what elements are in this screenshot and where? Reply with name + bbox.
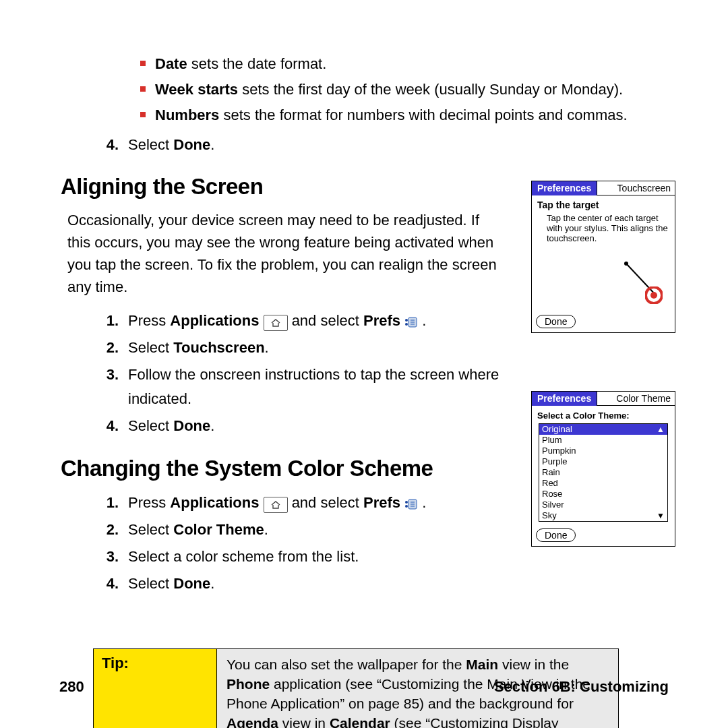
prefs-category: Touchscreen (597, 181, 675, 195)
align-step-2: 2. Select Touchscreen. (101, 336, 526, 360)
svg-point-2 (405, 323, 408, 326)
prefs-tab: Preferences (532, 392, 597, 406)
step-number: 1. (101, 309, 119, 333)
list-item[interactable]: Purple (539, 456, 667, 467)
step-number: 4. (101, 133, 119, 156)
prefs-icon (404, 494, 422, 511)
aligning-screen-paragraph: Occasionally, your device screen may nee… (67, 209, 499, 298)
list-item[interactable]: Red (539, 478, 667, 489)
svg-point-1 (405, 319, 408, 322)
step-number: 4. (101, 572, 119, 596)
step-number: 1. (101, 491, 119, 515)
list-item[interactable]: Rose (539, 489, 667, 499)
bullet-date: Date sets the date format. (140, 53, 669, 75)
step-text: Press Applications and select Prefs . (128, 491, 526, 515)
scroll-up-icon[interactable]: ▲ (657, 424, 665, 435)
list-item[interactable]: Original▲ (539, 424, 667, 435)
align-step-4: 4. Select Done. (101, 414, 526, 438)
step-text: Follow the onscreen instructions to tap … (128, 363, 526, 411)
bullet-weekstarts-text: Week starts sets the first day of the we… (155, 78, 623, 101)
select-color-theme-heading: Select a Color Theme: (537, 411, 630, 421)
home-key-icon (264, 497, 288, 513)
svg-point-15 (650, 292, 657, 299)
color-step-2: 2. Select Color Theme. (101, 518, 526, 542)
list-item[interactable]: Pumpkin (539, 446, 667, 456)
done-button[interactable]: Done (536, 528, 576, 542)
bullet-weekstarts: Week starts sets the first day of the we… (140, 78, 669, 101)
step-text: Select Done. (128, 414, 526, 438)
align-step-3: 3. Follow the onscreen instructions to t… (101, 363, 526, 411)
svg-point-7 (405, 501, 408, 504)
step-number: 2. (101, 336, 119, 360)
format-sublist: Date sets the date format. Week starts s… (140, 53, 669, 127)
list-item[interactable]: Silver (539, 499, 667, 510)
step-number: 3. (101, 545, 119, 569)
tap-target-heading: Tap the target (537, 200, 599, 210)
step-number: 4. (101, 414, 119, 438)
bullet-numbers: Numbers sets the format for numbers with… (140, 104, 669, 127)
step-text: Press Applications and select Prefs . (128, 309, 526, 333)
prefs-icon (404, 312, 422, 329)
step-text: Select a color scheme from the list. (128, 545, 526, 569)
list-item[interactable]: Plum (539, 435, 667, 446)
done-button[interactable]: Done (536, 315, 576, 328)
section-title: Section 6B: Customizing (494, 678, 669, 696)
prefs-category: Color Theme (597, 392, 675, 406)
list-item[interactable]: Rain (539, 467, 667, 478)
step-text: Select Touchscreen. (128, 336, 526, 360)
tap-target-instructions: Tap the center of each target with your … (537, 210, 669, 243)
screenshot-color-theme: Preferences Color Theme Select a Color T… (531, 391, 675, 547)
svg-point-8 (405, 505, 408, 508)
screenshot-touchscreen: Preferences Touchscreen Tap the target T… (531, 181, 675, 333)
home-key-icon (264, 315, 288, 331)
bullet-numbers-text: Numbers sets the format for numbers with… (155, 104, 628, 127)
bullet-date-text: Date sets the date format. (155, 53, 326, 75)
color-step-1: 1. Press Applications and select Prefs . (101, 491, 526, 515)
prefs-tab: Preferences (532, 181, 597, 195)
bullet-icon (140, 112, 146, 117)
step-text: Select Color Theme. (128, 518, 526, 542)
bullet-icon (140, 61, 146, 66)
svg-point-13 (624, 262, 628, 266)
step-number: 3. (101, 363, 119, 411)
page-number: 280 (59, 678, 84, 696)
step-text: Select Done. (128, 133, 669, 156)
scroll-down-icon[interactable]: ▼ (657, 510, 665, 521)
list-item[interactable]: Sky▼ (539, 510, 667, 521)
step-text: Select Done. (128, 572, 526, 596)
color-theme-list[interactable]: Original▲ Plum Pumpkin Purple Rain Red R… (539, 423, 668, 522)
color-step-3: 3. Select a color scheme from the list. (101, 545, 526, 569)
bullet-icon (140, 86, 146, 92)
color-step-4: 4. Select Done. (101, 572, 526, 596)
align-step-1: 1. Press Applications and select Prefs . (101, 309, 526, 333)
step-number: 2. (101, 518, 119, 542)
step-4-done: 4. Select Done. (101, 133, 669, 156)
